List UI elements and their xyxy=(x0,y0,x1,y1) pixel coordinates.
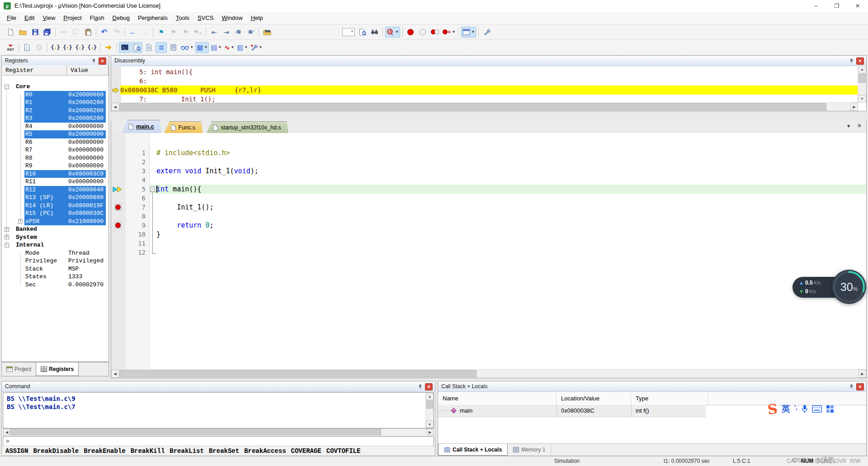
register-row[interactable]: States1333 xyxy=(2,273,108,281)
disassembly-vscrollbar[interactable]: ▲ ▼ xyxy=(858,66,866,103)
code-line[interactable]: 4 xyxy=(111,176,866,185)
register-row[interactable]: R120x20000040 xyxy=(2,186,108,194)
register-row[interactable]: R13 (SP)0x20000660 xyxy=(2,194,108,202)
command-hscrollbar[interactable]: ◀ ▶ xyxy=(3,428,434,437)
fold-collapse-icon[interactable]: − xyxy=(150,187,155,192)
call-stack-window-button[interactable] xyxy=(168,42,179,53)
scroll-down-arrow[interactable]: ▼ xyxy=(426,421,434,428)
register-row[interactable]: R70x00000000 xyxy=(2,146,108,154)
show-next-statement-button[interactable] xyxy=(21,42,33,53)
command-button-breakaccess[interactable]: BreakAccess xyxy=(244,447,286,455)
ime-language-indicator[interactable]: 英 xyxy=(782,403,790,415)
dropdown-arrow-icon[interactable]: ▼ xyxy=(395,30,399,34)
command-button-breakdisable[interactable]: BreakDisable xyxy=(33,447,79,455)
register-entry[interactable]: R14 (LR)0x0800019F xyxy=(24,202,106,210)
register-entry[interactable]: R40x00000000 xyxy=(24,123,106,131)
menu-project[interactable]: Project xyxy=(59,13,85,23)
disassembly-hscrollbar[interactable]: ◀ ▶ xyxy=(111,102,858,111)
dock-tab-call-stack-locals[interactable]: Call Stack + Locals xyxy=(438,444,508,456)
disable-all-breakpoints-button[interactable] xyxy=(429,27,441,38)
dropdown-arrow-icon[interactable]: ▼ xyxy=(231,45,234,49)
copy-button[interactable] xyxy=(70,27,81,38)
save-all-button[interactable] xyxy=(42,27,53,38)
undo-button[interactable]: ↶ xyxy=(99,27,110,38)
register-entry[interactable]: R50x20000000 xyxy=(24,130,106,138)
menu-file[interactable]: File xyxy=(3,13,20,23)
register-entry[interactable]: R60x00000000 xyxy=(24,138,106,147)
register-entry[interactable]: R10x20000260 xyxy=(24,99,106,107)
code-line[interactable]: 1# include<stdio.h> xyxy=(111,148,866,157)
dropdown-arrow-icon[interactable]: ▼ xyxy=(190,45,193,49)
scroll-up-arrow[interactable]: ▲ xyxy=(426,393,434,400)
dropdown-arrow-icon[interactable]: ▼ xyxy=(471,30,475,34)
find-button[interactable] xyxy=(369,27,380,38)
navigate-forward-button[interactable]: → xyxy=(139,27,151,38)
scroll-left-arrow[interactable]: ◀ xyxy=(111,103,119,111)
tree-expander-icon[interactable]: - xyxy=(5,243,9,247)
reset-cpu-button[interactable]: ↞RST xyxy=(5,42,16,53)
register-entry[interactable]: R100x080003C0 xyxy=(24,170,106,178)
stop-debug-button[interactable]: ✕ xyxy=(33,42,45,53)
code-line[interactable]: 3extern void Init_1(void); xyxy=(111,166,866,176)
register-entry[interactable]: States1333 xyxy=(24,273,106,281)
paste-button[interactable] xyxy=(82,27,94,38)
unindent-button[interactable]: ⇤ xyxy=(208,27,220,38)
code-line[interactable]: 5int main(){− xyxy=(111,185,866,194)
navigate-back-button[interactable]: ← xyxy=(127,27,138,38)
register-column-header[interactable]: Register xyxy=(2,66,67,76)
disassembly-window-button[interactable] xyxy=(131,42,142,53)
kill-all-breakpoints-button[interactable]: ✕▼ xyxy=(442,27,456,38)
register-row[interactable]: R100x080003C0 xyxy=(2,170,108,178)
ime-toolbox-grid-icon[interactable] xyxy=(826,405,834,413)
keyboard-icon[interactable] xyxy=(812,405,822,413)
disassembly-line[interactable]: 0x0800038C B580 PUSH {r7,lr} xyxy=(120,86,858,95)
sogou-logo-icon[interactable]: S xyxy=(767,400,778,417)
comment-selection-button[interactable]: ∕≣ xyxy=(233,27,244,38)
command-vscrollbar[interactable]: ▲ ▼ xyxy=(425,393,434,428)
menu-peripherals[interactable]: Peripherals xyxy=(134,13,172,23)
register-entry[interactable]: R20x20000260 xyxy=(24,107,106,115)
register-entry[interactable]: xPSR0x21000000 xyxy=(24,218,106,226)
analysis-windows-button[interactable]: ∿▼ xyxy=(223,42,235,53)
command-button-breaklist[interactable]: BreakList xyxy=(170,447,204,455)
type-column-header[interactable]: Type xyxy=(631,392,708,405)
memory-percent-widget[interactable]: 30% xyxy=(832,270,866,304)
scroll-thumb[interactable] xyxy=(119,103,826,110)
scroll-up-arrow[interactable]: ▲ xyxy=(858,66,866,73)
dropdown-arrow-icon[interactable]: ▼ xyxy=(204,45,208,49)
register-entry[interactable]: R30x20000260 xyxy=(24,114,106,123)
tree-expander-icon[interactable]: + xyxy=(5,235,9,239)
watch-windows-button[interactable]: ▼ xyxy=(180,42,194,53)
menu-window[interactable]: Window xyxy=(217,13,246,23)
scroll-left-arrow[interactable]: ◀ xyxy=(111,370,119,378)
register-row[interactable]: R30x20000260 xyxy=(2,114,108,123)
step-over-button[interactable]: {↷} xyxy=(62,42,73,53)
menu-view[interactable]: View xyxy=(38,13,59,23)
register-row[interactable]: R40x00000000 xyxy=(2,123,108,131)
document-tab-startup-stm32f10x-hd-s[interactable]: startup_stm32f10x_hd.s xyxy=(207,121,288,133)
restore-button[interactable]: ❐ xyxy=(826,0,847,12)
cut-button[interactable]: ✂ xyxy=(58,27,69,38)
register-row[interactable]: StackMSP xyxy=(2,265,108,273)
register-row[interactable]: Sec0.00002970 xyxy=(2,281,108,289)
code-line[interactable]: 12 xyxy=(111,248,866,257)
configure-target-button[interactable] xyxy=(481,27,492,38)
register-entry[interactable]: R80x00000000 xyxy=(24,154,106,162)
system-viewer-button[interactable]: ▥▼ xyxy=(236,42,249,53)
serial-windows-button[interactable]: ▤▼ xyxy=(210,42,222,53)
step-out-button[interactable]: {↑} xyxy=(74,42,85,53)
microphone-icon[interactable] xyxy=(802,404,808,414)
register-row[interactable]: +System xyxy=(2,233,108,242)
scroll-right-arrow[interactable]: ▶ xyxy=(859,370,866,378)
menu-help[interactable]: Help xyxy=(247,13,267,23)
command-button-breakset[interactable]: BreakSet xyxy=(209,447,239,455)
register-row[interactable]: +xPSR0x21000000 xyxy=(2,218,108,226)
register-entry[interactable]: StackMSP xyxy=(24,265,106,273)
memory-windows-button[interactable]: ▦▼ xyxy=(195,42,209,53)
name-column-header[interactable]: Name xyxy=(438,392,557,405)
close-icon[interactable]: ✕ xyxy=(99,57,106,65)
code-line[interactable]: 7 Init_1(); xyxy=(111,203,866,212)
register-entry[interactable]: R70x00000000 xyxy=(24,146,106,154)
command-button-covtofile[interactable]: COVTOFILE xyxy=(326,447,361,455)
new-file-button[interactable] xyxy=(5,27,16,38)
